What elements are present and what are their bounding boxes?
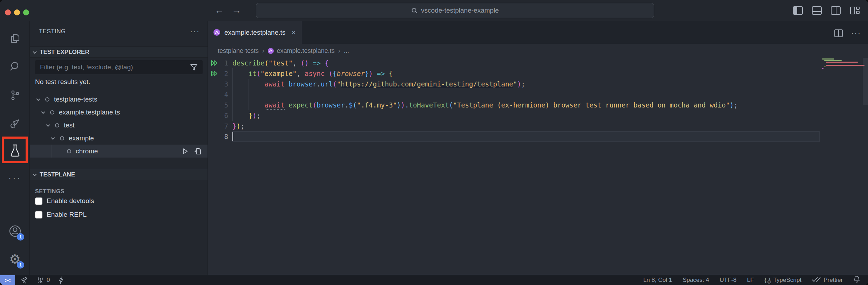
zoom-window-button[interactable]: [23, 9, 29, 15]
zap-icon[interactable]: [58, 277, 64, 284]
tab-close-icon[interactable]: ×: [292, 29, 296, 36]
typescript-braces-icon: { }×: [765, 277, 771, 283]
chevron-down-icon[interactable]: [36, 97, 40, 100]
tree-item-chrome[interactable]: chrome: [30, 145, 208, 158]
code-line-3[interactable]: await browser.url("https://github.com/ge…: [232, 79, 525, 89]
test-filter-input[interactable]: [35, 63, 190, 71]
status-encoding[interactable]: UTF-8: [720, 277, 737, 284]
code-line-2[interactable]: it("example", async ({browser}) => {: [232, 68, 393, 79]
nav-back-icon[interactable]: ←: [215, 5, 224, 16]
accounts-badge: 1: [17, 233, 24, 241]
tree-item-test[interactable]: test: [30, 119, 208, 132]
split-editor-icon[interactable]: [834, 29, 843, 37]
minimap-line: [822, 58, 834, 60]
editor-more-actions-icon[interactable]: ···: [851, 29, 861, 38]
tree-item-label: example.testplane.ts: [59, 109, 120, 116]
close-window-button[interactable]: [5, 9, 11, 15]
chevron-down-icon[interactable]: [41, 110, 45, 113]
checkbox-icon[interactable]: [35, 197, 42, 205]
checkbox-icon[interactable]: [35, 211, 42, 218]
test-state-circle-icon: [55, 123, 59, 127]
checkbox-enable-devtools[interactable]: Enable devtools: [35, 197, 94, 205]
tree-item-label: chrome: [76, 147, 98, 155]
line-number: 3: [208, 79, 228, 89]
tab-example-testplane-ts[interactable]: example.testplane.ts ×: [208, 21, 302, 44]
status-cursor-position[interactable]: Ln 8, Col 1: [643, 277, 672, 284]
activity-bar: ··· 1 ⚙ 1: [0, 21, 30, 275]
tab-bar: example.testplane.ts × ···: [208, 21, 868, 44]
test-state-circle-icon: [67, 149, 71, 153]
traffic-lights: [5, 9, 29, 15]
code-line-7[interactable]: });: [232, 121, 244, 131]
command-center-search[interactable]: vscode-testplane-example: [256, 3, 654, 18]
search-text: vscode-testplane-example: [421, 7, 499, 14]
section-test-explorer[interactable]: TEST EXPLORER: [30, 46, 208, 58]
toggle-panel-icon[interactable]: [812, 6, 822, 15]
minimap[interactable]: [822, 57, 862, 275]
activity-accounts-icon[interactable]: 1: [0, 219, 30, 243]
line-number: 8: [208, 131, 228, 142]
broadcast-icon: [36, 277, 44, 284]
filter-icon[interactable]: [190, 64, 198, 71]
minimap-line: [824, 60, 842, 61]
goto-test-icon[interactable]: [194, 147, 201, 155]
code-area[interactable]: 1describe("test", () => {2 it("example",…: [208, 57, 868, 275]
section-testplane[interactable]: TESTPLANE: [30, 169, 208, 180]
chevron-down-icon[interactable]: [46, 123, 50, 126]
customize-layout-icon[interactable]: [850, 6, 860, 15]
activity-settings-icon[interactable]: ⚙ 1: [0, 247, 30, 271]
tree-item-label: test: [64, 121, 75, 129]
editor-scrollbar[interactable]: [863, 58, 868, 105]
status-language[interactable]: { }×TypeScript: [765, 277, 801, 284]
line-number: 2: [208, 68, 228, 79]
test-state-circle-icon: [45, 97, 49, 102]
status-indentation[interactable]: Spaces: 4: [683, 277, 709, 284]
minimap-line: [822, 68, 823, 69]
status-notifications[interactable]: [853, 276, 860, 285]
chevron-down-icon[interactable]: [51, 135, 55, 139]
tree-item-testplane-tests[interactable]: testplane-tests: [30, 93, 208, 106]
breadcrumb-item[interactable]: testplane-tests: [218, 47, 259, 55]
status-formatter[interactable]: Prettier: [812, 277, 843, 284]
code-line-5[interactable]: await expect(browser.$(".f4.my-3")).toHa…: [232, 100, 738, 110]
minimize-window-button[interactable]: [14, 9, 20, 15]
breadcrumb-item[interactable]: example.testplane.ts: [268, 47, 334, 55]
sidebar-actions-icon[interactable]: ···: [190, 27, 200, 36]
test-tree: testplane-testsexample.testplane.tsteste…: [30, 93, 208, 158]
tree-item-example.testplane.ts[interactable]: example.testplane.ts: [30, 106, 208, 119]
editor-group: example.testplane.ts × ··· testplane-tes…: [208, 21, 868, 275]
line-number: 6: [208, 110, 228, 121]
testing-sidebar: TESTING ··· TEST EXPLORER No test result…: [30, 21, 208, 275]
breadcrumb: testplane-tests›example.testplane.ts›...: [208, 44, 868, 58]
testplane-file-icon: [213, 29, 220, 36]
checkbox-enable-repl[interactable]: Enable REPL: [35, 211, 87, 218]
nav-forward-icon[interactable]: →: [232, 5, 241, 16]
toggle-primary-sidebar-icon[interactable]: [793, 6, 803, 15]
current-line-highlight: [232, 131, 820, 142]
activity-explorer-icon[interactable]: [0, 26, 30, 51]
code-line-1[interactable]: describe("test", () => {: [232, 58, 329, 68]
vscode-window: ← → vscode-testplane-example: [0, 0, 868, 285]
telescope-icon[interactable]: [21, 277, 28, 284]
remote-indicator[interactable]: ><: [0, 275, 15, 285]
breadcrumb-separator-icon: ›: [262, 47, 264, 55]
activity-source-control-icon[interactable]: [0, 83, 30, 107]
broadcast-status[interactable]: 0: [36, 277, 50, 284]
activity-more-views-icon[interactable]: ···: [0, 166, 30, 190]
indent-guide: [52, 145, 52, 158]
bell-icon[interactable]: [853, 276, 860, 285]
settings-subheader: SETTINGS: [35, 188, 65, 195]
text-cursor: [232, 132, 233, 141]
no-test-results-message: No test results yet.: [35, 78, 90, 86]
code-line-6[interactable]: });: [232, 110, 260, 121]
testplane-file-icon: [268, 48, 274, 54]
activity-run-debug-icon[interactable]: [0, 111, 30, 135]
tree-item-example[interactable]: example: [30, 132, 208, 145]
double-check-icon: [812, 277, 821, 284]
run-test-icon[interactable]: [182, 148, 189, 155]
line-number: 4: [208, 89, 228, 100]
status-eol[interactable]: LF: [747, 277, 754, 284]
toggle-secondary-sidebar-icon[interactable]: [831, 6, 841, 15]
activity-search-icon[interactable]: [0, 54, 30, 79]
breadcrumb-item[interactable]: ...: [344, 47, 349, 55]
